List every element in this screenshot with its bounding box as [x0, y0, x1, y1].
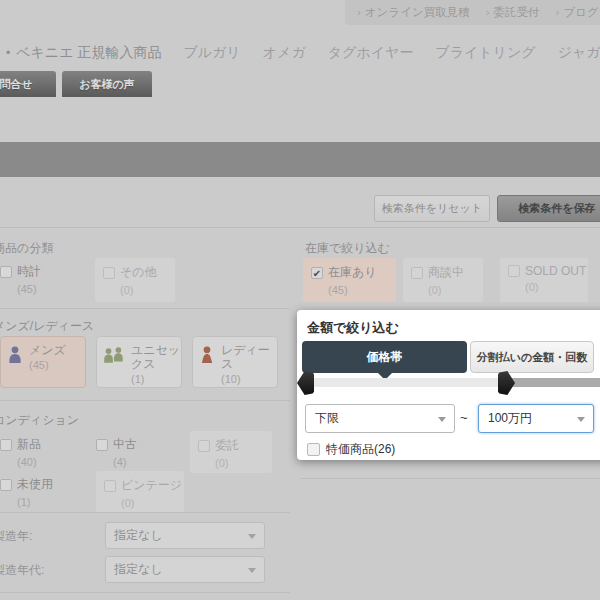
price-popup-title: 金額で絞り込む	[307, 319, 399, 337]
checkbox-new[interactable]: 新品 (40)	[0, 436, 41, 468]
brand-nav: •ベキニエ 正規輸入商品 ブルガリ オメガ タグホイヤー ブライトリング ジャガ…	[6, 44, 600, 62]
checkbox-negotiating: 商談中 (0)	[403, 258, 483, 302]
price-slider-track-selected[interactable]	[299, 378, 511, 387]
checkbox-icon[interactable]	[307, 443, 320, 456]
caret-down-icon	[438, 417, 446, 422]
checkbox-icon[interactable]	[0, 266, 12, 278]
brand-nav-item-breitling[interactable]: ブライトリング	[435, 44, 535, 62]
price-upper-select[interactable]: 100万円	[478, 404, 594, 433]
caret-down-icon	[248, 534, 256, 539]
checkbox-sold-out: SOLD OUT (0)	[500, 258, 588, 302]
gender-button-ladies[interactable]: レディース(10)	[192, 336, 278, 388]
checkbox-watch[interactable]: 時計 (45)	[0, 263, 41, 295]
checkbox-icon	[198, 440, 210, 452]
header-band	[0, 142, 600, 177]
divider	[0, 227, 600, 228]
link-online-estimate[interactable]: ›オンライン買取見積	[357, 5, 470, 20]
link-blog[interactable]: ›ブログ	[556, 5, 599, 20]
checkbox-consign: 委託 (0)	[190, 431, 272, 473]
price-lower-select[interactable]: 下限	[305, 404, 455, 433]
checkbox-icon[interactable]	[96, 439, 108, 451]
checkbox-icon[interactable]	[0, 479, 12, 491]
price-filter-popup: 金額で絞り込む 価格帯 分割払いの金額・回数 下限 ~ 100万円 特価商品(2…	[297, 310, 600, 460]
price-slider-track[interactable]	[511, 378, 600, 387]
checkbox-icon[interactable]	[0, 439, 12, 451]
checkbox-icon	[104, 480, 116, 492]
unisex-icon	[102, 345, 126, 365]
gender-button-unisex[interactable]: ユニセックス(1)	[96, 336, 182, 388]
link-consignment[interactable]: ›委託受付	[486, 5, 540, 20]
stock-section-title: 在庫で絞り込む	[305, 240, 390, 257]
checkbox-in-stock[interactable]: ✔在庫あり (45)	[303, 258, 396, 302]
condition-section-title: コンディション	[0, 412, 79, 429]
tab-inquiry[interactable]: 問合せ	[0, 71, 56, 97]
tab-price-range[interactable]: 価格帯	[302, 341, 467, 373]
checkbox-icon	[508, 265, 520, 277]
checkbox-other: その他 (0)	[95, 258, 175, 302]
brand-nav-item-bvlgari[interactable]: ブルガリ	[183, 44, 240, 62]
bullet-icon: •	[6, 46, 10, 60]
special-price-checkbox-row[interactable]: 特価商品(26)	[307, 441, 395, 458]
checkbox-unused[interactable]: 未使用 (1)	[0, 476, 53, 508]
brand-nav-item-omega[interactable]: オメガ	[263, 44, 306, 62]
divider	[0, 308, 290, 309]
checkbox-checked-icon[interactable]: ✔	[311, 267, 323, 279]
save-search-button[interactable]: 検索条件を保存	[497, 195, 600, 222]
brand-nav-item-tagheuer[interactable]: タグホイヤー	[328, 44, 414, 62]
top-links-bar: ›オンライン買取見積 ›委託受付 ›ブログ	[345, 0, 600, 25]
year-select[interactable]: 指定なし	[105, 522, 265, 549]
checkbox-icon	[411, 267, 423, 279]
brand-nav-active-item[interactable]: •ベキニエ 正規輸入商品	[6, 44, 161, 62]
gender-section-title: メンズ/レディース	[0, 318, 94, 335]
tab-customer-voice[interactable]: お客様の声	[62, 71, 152, 97]
price-slider-handle-max[interactable]	[498, 371, 515, 395]
divider	[0, 512, 290, 513]
gender-button-mens[interactable]: メンズ(45)	[0, 336, 86, 388]
caret-down-icon	[248, 568, 256, 573]
tab-installment[interactable]: 分割払いの金額・回数	[470, 341, 594, 373]
checkbox-vintage: ビンテージ (0)	[96, 471, 184, 513]
decade-select[interactable]: 指定なし	[105, 556, 265, 583]
woman-icon	[198, 345, 216, 365]
chevron-right-icon: ›	[486, 6, 490, 18]
category-section-title: 商品の分類	[0, 240, 53, 257]
chevron-right-icon: ›	[556, 6, 560, 18]
checkbox-icon	[103, 267, 115, 279]
range-tilde: ~	[460, 410, 468, 425]
caret-down-icon	[577, 417, 585, 422]
decade-label: 製造年代:	[0, 562, 44, 579]
divider	[0, 400, 290, 401]
year-label: 製造年:	[0, 528, 32, 545]
divider	[300, 478, 600, 479]
checkbox-used[interactable]: 中古 (4)	[96, 436, 137, 468]
divider	[0, 592, 290, 593]
chevron-right-icon: ›	[357, 6, 361, 18]
reset-search-button[interactable]: 検索条件をリセット	[374, 195, 490, 222]
brand-nav-item-jaeger[interactable]: ジャガールクルト	[558, 44, 600, 62]
man-icon	[6, 345, 24, 365]
price-slider-handle-min[interactable]	[297, 371, 314, 395]
